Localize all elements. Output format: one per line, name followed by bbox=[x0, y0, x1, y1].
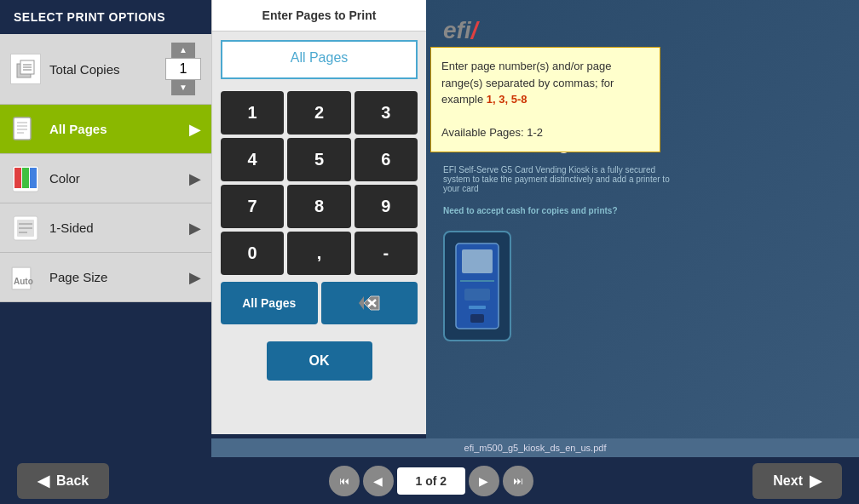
dash-button[interactable]: - bbox=[355, 232, 418, 275]
svg-rect-27 bbox=[460, 280, 494, 282]
left-panel-header: SELECT PRINT OPTIONS bbox=[0, 0, 211, 34]
one-sided-icon bbox=[10, 213, 41, 243]
copies-up-button[interactable]: ▲ bbox=[171, 43, 195, 58]
next-button[interactable]: Next ▶ bbox=[752, 463, 842, 499]
doc-section-header: Need to accept cash for copies and print… bbox=[443, 206, 618, 215]
num-8-button[interactable]: 8 bbox=[287, 185, 350, 228]
one-sided-label: 1-Sided bbox=[49, 220, 189, 235]
svg-text:Auto: Auto bbox=[14, 277, 33, 286]
next-label: Next bbox=[773, 473, 803, 489]
left-panel: SELECT PRINT OPTIONS Total Copies ▲ ▼ bbox=[0, 0, 211, 434]
color-icon bbox=[10, 163, 41, 194]
filename-bar: efi_m500_g5_kiosk_ds_en_us.pdf bbox=[211, 438, 859, 457]
prev-page-button[interactable]: ◀ bbox=[363, 466, 394, 496]
copies-input[interactable] bbox=[165, 58, 201, 80]
svg-rect-30 bbox=[470, 314, 484, 323]
num-1-button[interactable]: 1 bbox=[221, 91, 284, 135]
tooltip-available: Available Pages: 1-2 bbox=[441, 126, 543, 139]
num-4-button[interactable]: 4 bbox=[221, 138, 284, 181]
comma-button[interactable]: , bbox=[287, 232, 350, 275]
svg-marker-24 bbox=[359, 296, 364, 310]
back-label: Back bbox=[56, 473, 89, 489]
tooltip: Enter page number(s) and/or page range(s… bbox=[430, 47, 660, 152]
num-0-button[interactable]: 0 bbox=[221, 232, 284, 275]
copies-down-button[interactable]: ▼ bbox=[171, 80, 195, 95]
num-2-button[interactable]: 2 bbox=[287, 91, 350, 135]
page-indicator: 1 of 2 bbox=[397, 467, 465, 495]
back-button[interactable]: ◀ Back bbox=[17, 463, 109, 499]
copies-icon bbox=[10, 54, 41, 84]
doc-logo: efi/ bbox=[443, 17, 477, 44]
num-5-button[interactable]: 5 bbox=[287, 138, 350, 181]
next-page-button[interactable]: ▶ bbox=[469, 466, 499, 496]
bottom-bar: ◀ Back ⏮ ◀ 1 of 2 ▶ ⏭ Next ▶ bbox=[0, 457, 859, 504]
all-pages-icon bbox=[10, 114, 41, 145]
numpad-grid: 1 2 3 4 5 6 7 8 9 0 , - bbox=[212, 88, 426, 278]
num-7-button[interactable]: 7 bbox=[221, 185, 284, 228]
page-input-display[interactable]: All Pages bbox=[221, 40, 418, 79]
numpad-actions: All Pages bbox=[212, 278, 426, 328]
page-size-icon: Auto bbox=[10, 262, 41, 293]
page-size-arrow: ▶ bbox=[189, 268, 201, 287]
svg-rect-28 bbox=[464, 289, 490, 301]
one-sided-option[interactable]: 1-Sided ▶ bbox=[0, 203, 211, 253]
back-chevron-icon: ◀ bbox=[37, 472, 49, 490]
all-pages-numpad-button[interactable]: All Pages bbox=[221, 282, 318, 324]
center-panel: Enter Pages to Print All Pages 1 2 3 4 5… bbox=[211, 0, 426, 434]
total-copies-row: Total Copies ▲ ▼ bbox=[0, 34, 211, 105]
svg-rect-29 bbox=[469, 306, 486, 309]
numpad-header: Enter Pages to Print bbox=[212, 0, 426, 32]
next-chevron-icon: ▶ bbox=[810, 472, 822, 490]
all-pages-option[interactable]: All Pages ▶ bbox=[0, 105, 211, 154]
svg-rect-13 bbox=[30, 168, 37, 188]
one-sided-arrow: ▶ bbox=[189, 219, 201, 238]
filename-text: efi_m500_g5_kiosk_ds_en_us.pdf bbox=[464, 443, 607, 453]
svg-rect-26 bbox=[462, 249, 493, 273]
num-3-button[interactable]: 3 bbox=[355, 91, 418, 135]
doc-device-image bbox=[443, 231, 511, 341]
tooltip-text: Enter page number(s) and/or page range(s… bbox=[441, 60, 614, 106]
svg-rect-12 bbox=[22, 168, 29, 188]
copies-label: Total Copies bbox=[49, 62, 165, 77]
backspace-button[interactable] bbox=[321, 282, 418, 324]
all-pages-arrow: ▶ bbox=[189, 120, 201, 139]
color-label: Color bbox=[49, 171, 189, 186]
doc-body: EFI Self-Serve G5 Card Vending Kiosk is … bbox=[443, 165, 682, 193]
svg-rect-11 bbox=[14, 168, 21, 188]
copies-control: ▲ ▼ bbox=[165, 43, 201, 95]
tooltip-example: 1, 3, 5-8 bbox=[487, 93, 528, 106]
svg-rect-5 bbox=[14, 117, 31, 140]
ok-area: OK bbox=[212, 328, 426, 394]
ok-button[interactable]: OK bbox=[267, 341, 372, 381]
page-size-label: Page Size bbox=[49, 270, 189, 284]
nav-controls: ⏮ ◀ 1 of 2 ▶ ⏭ bbox=[329, 466, 533, 496]
color-arrow: ▶ bbox=[189, 169, 201, 188]
page-size-option[interactable]: Auto Page Size ▶ bbox=[0, 253, 211, 302]
last-page-button[interactable]: ⏭ bbox=[503, 466, 533, 496]
color-option[interactable]: Color ▶ bbox=[0, 154, 211, 203]
num-9-button[interactable]: 9 bbox=[355, 185, 418, 228]
first-page-button[interactable]: ⏮ bbox=[329, 466, 360, 496]
all-pages-label: All Pages bbox=[49, 122, 189, 136]
num-6-button[interactable]: 6 bbox=[355, 138, 418, 181]
